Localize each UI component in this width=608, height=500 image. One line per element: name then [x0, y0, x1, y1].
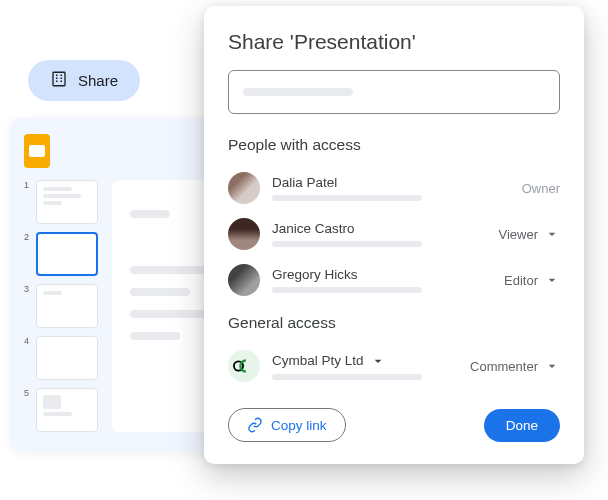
- placeholder-icon: [243, 88, 353, 96]
- slide-thumb[interactable]: 2: [24, 232, 98, 276]
- person-row: Dalia Patel Owner: [228, 166, 560, 212]
- chevron-down-icon: [544, 226, 560, 242]
- copy-link-button[interactable]: Copy link: [228, 408, 346, 442]
- chevron-down-icon: [544, 358, 560, 374]
- link-icon: [247, 417, 263, 433]
- thumb-number: 5: [24, 388, 30, 398]
- slide-thumbnails: 1 2 3 4 5: [24, 180, 98, 432]
- copy-link-label: Copy link: [271, 418, 327, 433]
- person-name: Gregory Hicks: [272, 267, 492, 282]
- slide-thumb[interactable]: 4: [24, 336, 98, 380]
- role-dropdown[interactable]: Viewer: [498, 226, 560, 242]
- org-logo-icon: [228, 350, 260, 382]
- done-label: Done: [506, 418, 538, 433]
- person-row: Gregory Hicks Editor: [228, 258, 560, 304]
- role-dropdown[interactable]: Editor: [504, 272, 560, 288]
- role-label: Commenter: [470, 359, 538, 374]
- role-label: Owner: [522, 181, 560, 196]
- chevron-down-icon: [544, 272, 560, 288]
- role-label: Editor: [504, 273, 538, 288]
- share-dialog: Share 'Presentation' People with access …: [204, 6, 584, 464]
- role-dropdown[interactable]: Commenter: [470, 358, 560, 374]
- person-row: Janice Castro Viewer: [228, 212, 560, 258]
- person-name: Janice Castro: [272, 221, 486, 236]
- building-icon: [50, 70, 68, 91]
- avatar: [228, 172, 260, 204]
- chevron-down-icon: [370, 353, 386, 369]
- done-button[interactable]: Done: [484, 409, 560, 442]
- thumb-number: 4: [24, 336, 30, 346]
- people-section-title: People with access: [228, 136, 560, 154]
- share-search-input[interactable]: [228, 70, 560, 114]
- thumb-number: 3: [24, 284, 30, 294]
- share-button-label: Share: [78, 72, 118, 89]
- general-section-title: General access: [228, 314, 560, 332]
- org-name-dropdown[interactable]: Cymbal Pty Ltd: [272, 353, 458, 369]
- share-button[interactable]: Share: [28, 60, 140, 101]
- slide-thumb[interactable]: 5: [24, 388, 98, 432]
- avatar: [228, 264, 260, 296]
- dialog-title: Share 'Presentation': [228, 30, 560, 54]
- slide-thumb[interactable]: 3: [24, 284, 98, 328]
- slide-thumb[interactable]: 1: [24, 180, 98, 224]
- role-label: Viewer: [498, 227, 538, 242]
- person-name: Dalia Patel: [272, 175, 510, 190]
- org-row: Cymbal Pty Ltd Commenter: [228, 344, 560, 390]
- thumb-number: 2: [24, 232, 30, 242]
- svg-rect-0: [53, 72, 65, 86]
- avatar: [228, 218, 260, 250]
- slides-logo-icon: [24, 134, 50, 168]
- org-name: Cymbal Pty Ltd: [272, 353, 364, 368]
- thumb-number: 1: [24, 180, 30, 190]
